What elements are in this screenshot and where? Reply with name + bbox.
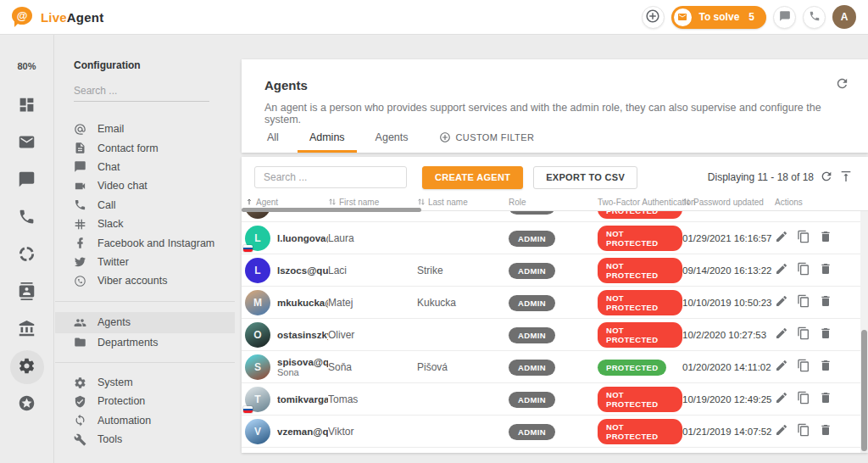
sidebar-item-call[interactable]: Call [55, 196, 235, 215]
refresh-button[interactable] [835, 76, 849, 93]
tab-custom-filter[interactable]: CUSTOM FILTER [427, 123, 547, 153]
rail-email-icon-button[interactable] [10, 126, 44, 160]
row-actions [775, 294, 860, 310]
copy-button[interactable] [797, 211, 810, 214]
sidebar-item-email[interactable]: Email [55, 120, 235, 138]
column-header-agent[interactable]: Agent [245, 198, 328, 208]
copy-button[interactable] [797, 262, 810, 278]
edit-button[interactable] [775, 230, 788, 246]
rail-star-icon-button[interactable] [10, 388, 44, 421]
table-search-input[interactable] [254, 166, 407, 188]
role-badge: ADMIN [509, 327, 555, 343]
delete-button[interactable] [819, 230, 832, 246]
copy-icon [797, 423, 810, 439]
delete-button[interactable] [819, 391, 832, 407]
delete-button[interactable] [819, 294, 832, 310]
cell-agent-email: l.luongova@ [277, 233, 328, 243]
table-row[interactable]: Sspisova@quSonaSoňaPišováADMINPROTECTED0… [242, 351, 860, 383]
rail-chat-icon-button[interactable] [10, 164, 44, 198]
call-icon [74, 198, 86, 211]
table-row[interactable]: OostasinszkyOliverADMINNOT PROTECTED10/2… [242, 319, 860, 351]
delete-button[interactable] [819, 359, 832, 375]
delete-icon [819, 230, 832, 246]
call-button[interactable] [803, 6, 826, 29]
export-csv-button[interactable]: EXPORT TO CSV [533, 166, 637, 189]
delete-button[interactable] [819, 211, 832, 214]
edit-button[interactable] [775, 391, 788, 407]
rail-dashboard-icon-button[interactable] [10, 89, 44, 123]
sidebar-item-label: Departments [97, 337, 159, 349]
table-row[interactable]: JjohngordonJohnGordonADMINNOT PROTECTED0… [242, 211, 860, 222]
create-agent-button[interactable]: CREATE AGENT [422, 166, 523, 189]
copy-button[interactable] [797, 326, 810, 343]
rail-call-icon-button[interactable] [10, 201, 44, 235]
sidebar-item-automation[interactable]: Automation [55, 411, 235, 430]
sidebar-item-twitter[interactable]: Twitter [55, 253, 235, 271]
row-actions [775, 230, 860, 246]
edit-button[interactable] [775, 423, 788, 439]
sidebar-item-chat[interactable]: Chat [55, 158, 235, 176]
cell-password-updated: 10/10/2019 10:50:23 [682, 298, 775, 308]
copy-button[interactable] [797, 423, 810, 439]
chat-icon [18, 170, 36, 192]
table-row[interactable]: Mmkukucka@MatejKukuckaADMINNOT PROTECTED… [242, 287, 860, 319]
sidebar-item-facebook-and-instagram[interactable]: Facebook and Instagram [55, 233, 235, 252]
to-solve-button[interactable]: To solve 5 [671, 6, 766, 29]
delete-button[interactable] [819, 326, 832, 343]
table-refresh-button[interactable] [820, 170, 833, 186]
copy-button[interactable] [797, 294, 810, 310]
scroll-top-button[interactable] [839, 170, 853, 186]
tab-agents[interactable]: Agents [364, 123, 420, 153]
column-label: Password updated [693, 198, 764, 207]
cell-agent-email: ostasinszky [277, 330, 328, 340]
user-avatar[interactable]: A [832, 5, 856, 29]
copy-button[interactable] [797, 391, 810, 407]
row-actions [775, 211, 860, 214]
rail-contacts-icon-button[interactable] [10, 276, 44, 310]
tab-admins[interactable]: Admins [298, 123, 357, 153]
sidebar-item-slack[interactable]: Slack [55, 215, 235, 233]
delete-button[interactable] [819, 423, 832, 439]
sidebar-search-input[interactable] [74, 81, 209, 102]
sidebar-item-agents[interactable]: Agents [55, 312, 235, 333]
agents-tabs: AllAdminsAgentsCUSTOM FILTER [255, 123, 546, 153]
sidebar-item-contact-form[interactable]: Contact form [55, 138, 235, 157]
sidebar-item-viber-accounts[interactable]: Viber accounts [55, 271, 235, 290]
sidebar-item-tools[interactable]: Tools [55, 430, 235, 449]
add-button[interactable] [642, 6, 665, 29]
delete-button[interactable] [819, 262, 832, 278]
edit-button[interactable] [775, 294, 788, 310]
rail-bank-icon-button[interactable] [10, 313, 44, 347]
contacts-icon [18, 282, 36, 304]
horizontal-scrollbar[interactable] [242, 208, 421, 212]
chat-button[interactable] [773, 6, 796, 29]
table-row[interactable]: Ll.luongova@LauraADMINNOT PROTECTED01/29… [242, 222, 860, 254]
sidebar-item-system[interactable]: System [55, 373, 235, 392]
edit-button[interactable] [775, 359, 788, 375]
vertical-scrollbar-thumb[interactable] [861, 330, 867, 451]
copy-button[interactable] [797, 359, 810, 375]
sidebar-item-protection[interactable]: Protection [55, 392, 235, 410]
column-header-first-name[interactable]: First name [328, 198, 417, 208]
brand-agent: Agent [67, 10, 104, 25]
edit-button[interactable] [775, 211, 788, 214]
column-header-last-name[interactable]: Last name [417, 198, 509, 208]
vertical-scrollbar[interactable] [860, 211, 868, 453]
liveagent-logo[interactable]: @ LiveAgent [12, 7, 103, 27]
sidebar-item-video-chat[interactable]: Video chat [55, 176, 235, 195]
table-row[interactable]: Vvzeman@quViktorADMINNOT PROTECTED01/21/… [242, 416, 860, 448]
top-header: @ LiveAgent To solve 5 A [0, 0, 868, 35]
table-row[interactable]: TtomikvargaTomasADMINNOT PROTECTED10/19/… [242, 383, 860, 416]
edit-button[interactable] [775, 326, 788, 343]
tab-all[interactable]: All [255, 123, 291, 153]
table-row[interactable]: Llszocs@quaLaciStrikeADMINNOT PROTECTED0… [242, 254, 860, 287]
star-icon [18, 394, 36, 416]
copy-button[interactable] [797, 230, 810, 246]
rail-loop-icon-button[interactable] [10, 238, 44, 272]
edit-icon [775, 359, 788, 375]
sidebar-item-departments[interactable]: Departments [55, 333, 235, 352]
rail-settings-icon-button[interactable] [10, 350, 44, 384]
column-header-password-updated[interactable]: Password updated [682, 198, 775, 208]
envelope-icon [674, 8, 692, 26]
edit-button[interactable] [775, 262, 788, 278]
